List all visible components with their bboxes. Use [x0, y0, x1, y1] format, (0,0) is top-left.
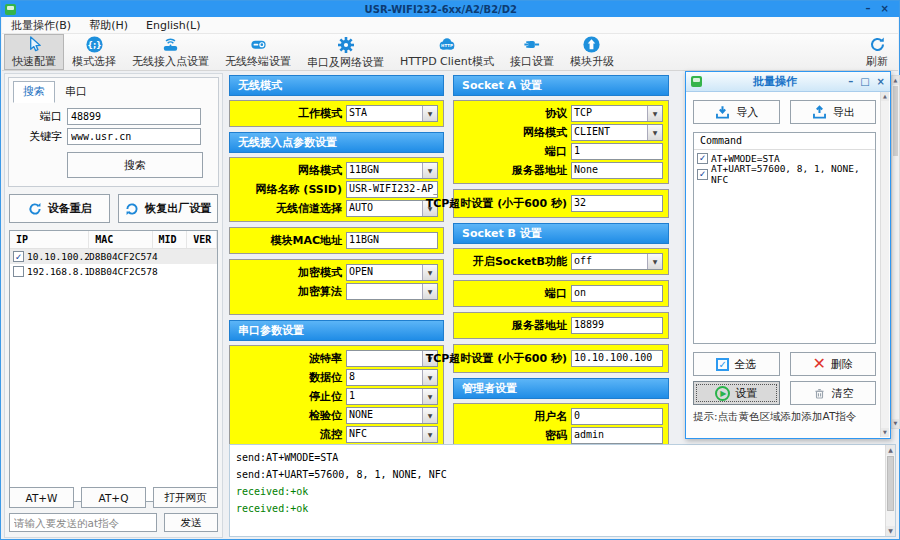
chevron-down-icon[interactable]: ▼: [647, 106, 662, 121]
scrollbar-thumb[interactable]: [893, 86, 898, 156]
toolbar-wifi-ap-settings[interactable]: 无线接入点设置: [124, 34, 217, 70]
batch-maximize-button[interactable]: □: [860, 76, 869, 87]
chevron-down-icon[interactable]: ▼: [422, 106, 437, 121]
socket-a-server-input[interactable]: None: [571, 162, 663, 179]
toolbar-serial-network-settings[interactable]: 串口及网络设置: [299, 34, 392, 70]
toolbar-mode-select[interactable]: {;} 模式选择: [64, 34, 124, 70]
open-webpage-button[interactable]: 打开网页: [153, 487, 218, 508]
tab-serial[interactable]: 串口: [55, 81, 97, 103]
scrollbar-thumb[interactable]: [887, 456, 894, 511]
socket-b-port-box[interactable]: 端口 on: [453, 280, 669, 307]
parity-select[interactable]: NONE▼: [346, 407, 438, 424]
batch-scrollbar[interactable]: ▲ ▼: [880, 92, 889, 437]
at-q-button[interactable]: AT+Q: [81, 487, 146, 508]
scroll-down-icon[interactable]: ▼: [881, 428, 889, 437]
ssid-input[interactable]: USR-WIFI232-AP_C574: [346, 181, 438, 198]
scroll-up-icon[interactable]: ▲: [881, 92, 889, 101]
command-checkbox[interactable]: [697, 169, 708, 180]
socket-b-enable-select[interactable]: off▼: [571, 253, 663, 270]
chevron-down-icon[interactable]: ▼: [422, 427, 437, 442]
command-list[interactable]: Command AT+WMODE=STA AT+UART=57600, 8, 1…: [693, 132, 876, 344]
data-bits-select[interactable]: 8▼: [346, 369, 438, 386]
search-button[interactable]: 搜索: [67, 152, 203, 178]
toolbar-quick-config[interactable]: 快速配置: [4, 34, 64, 70]
menu-batch[interactable]: 批量操作(B): [2, 17, 80, 34]
table-row[interactable]: 10.10.100.254 D8B04CF2C574: [10, 249, 217, 264]
command-checkbox[interactable]: [697, 153, 708, 164]
menu-help[interactable]: 帮助(H): [80, 17, 137, 34]
select-all-button[interactable]: ✓ 全选: [693, 352, 780, 376]
device-table[interactable]: IP MAC MID VER 10.10.100.254 D8B04CF2C57…: [9, 230, 218, 502]
batch-minimize-button[interactable]: –: [848, 76, 853, 87]
minimize-button[interactable]: –: [866, 2, 871, 16]
row-checkbox[interactable]: [13, 251, 24, 262]
username-input[interactable]: 0: [571, 408, 663, 425]
channel-select[interactable]: AUTO▼: [346, 200, 438, 217]
port-input[interactable]: [67, 108, 201, 125]
chevron-down-icon[interactable]: ▼: [422, 408, 437, 423]
scroll-down-icon[interactable]: ▼: [892, 419, 899, 428]
scroll-up-icon[interactable]: ▲: [892, 76, 899, 85]
socket-b-server-input[interactable]: 18899: [571, 317, 663, 334]
protocol-select[interactable]: TCP▼: [571, 105, 663, 122]
send-button[interactable]: 发送: [164, 513, 218, 532]
row-checkbox[interactable]: [13, 266, 24, 277]
socket-a-box[interactable]: 协议 TCP▼ 网络模式 CLIENT▼ 端口 1 服务器地址 None: [453, 100, 669, 184]
form-scrollbar[interactable]: ▲ ▼: [891, 75, 900, 429]
socket-a-timeout-input[interactable]: 32: [571, 195, 663, 212]
socket-b-server-box[interactable]: 服务器地址 18899: [453, 312, 669, 339]
admin-box[interactable]: 用户名 0 密码 admin: [453, 403, 669, 449]
keyword-input[interactable]: [67, 128, 201, 145]
export-button[interactable]: 导出: [790, 100, 877, 124]
module-mac-input[interactable]: 11BGN: [346, 232, 438, 249]
chevron-down-icon[interactable]: ▼: [422, 265, 437, 280]
batch-close-button[interactable]: ×: [877, 76, 885, 87]
tab-search[interactable]: 搜索: [13, 81, 55, 103]
password-input[interactable]: admin: [571, 427, 663, 444]
net-mode-select[interactable]: 11BGN▼: [346, 162, 438, 179]
chevron-down-icon[interactable]: ▼: [422, 163, 437, 178]
batch-title-bar[interactable]: 批量操作 – □ ×: [686, 72, 890, 92]
encryption-box[interactable]: 加密模式 OPEN▼ 加密算法 ▼: [229, 259, 444, 315]
chevron-down-icon[interactable]: ▼: [422, 284, 437, 299]
clear-button[interactable]: 清空: [790, 381, 877, 405]
toolbar-wifi-sta-settings[interactable]: 无线终端设置: [217, 34, 299, 70]
toolbar-refresh[interactable]: 刷新: [858, 34, 896, 70]
module-mac-box[interactable]: 模块MAC地址 11BGN: [229, 227, 444, 254]
import-button[interactable]: 导入: [693, 100, 780, 124]
chevron-down-icon[interactable]: ▼: [647, 254, 662, 269]
ap-params-box[interactable]: 网络模式 11BGN▼ 网络名称 (SSID) USR-WIFI232-AP_C…: [229, 157, 444, 222]
log-scrollbar[interactable]: ▲ ▼: [885, 445, 895, 536]
delete-button[interactable]: ✕ 删除: [790, 352, 877, 376]
stop-bits-select[interactable]: 1▼: [346, 388, 438, 405]
baud-rate-select[interactable]: ▼: [346, 350, 438, 367]
socket-b-port-input[interactable]: on: [571, 285, 663, 302]
work-mode-box[interactable]: 工作模式 STA▼: [229, 100, 444, 127]
work-mode-select[interactable]: STA▼: [346, 105, 438, 122]
socket-a-timeout-box[interactable]: TCP超时设置 (小于600 秒) 32: [453, 189, 669, 218]
chevron-down-icon[interactable]: ▼: [422, 389, 437, 404]
socket-a-mode-select[interactable]: CLIENT▼: [571, 124, 663, 141]
close-button[interactable]: ×: [881, 2, 889, 16]
socket-a-port-input[interactable]: 1: [571, 143, 663, 160]
socket-b-enable-box[interactable]: 开启SocketB功能 off▼: [453, 248, 669, 275]
list-item[interactable]: AT+UART=57600, 8, 1, NONE, NFC: [694, 166, 875, 182]
scroll-down-icon[interactable]: ▼: [886, 526, 895, 536]
socket-b-timeout-input[interactable]: 10.10.100.100: [571, 350, 663, 367]
serial-params-box[interactable]: 波特率 ▼ 数据位 8▼ 停止位 1▼ 检验位 NONE▼ 流控 NFC▼: [229, 345, 444, 448]
toolbar-httpd-client-mode[interactable]: HTTP HTTPD Client模式: [392, 34, 502, 70]
log-area[interactable]: send:AT+WMODE=STA send:AT+UART=57600, 8,…: [229, 444, 896, 537]
encryption-algo-select[interactable]: ▼: [346, 283, 438, 300]
at-w-button[interactable]: AT+W: [9, 487, 74, 508]
chevron-down-icon[interactable]: ▼: [647, 125, 662, 140]
chevron-down-icon[interactable]: ▼: [422, 370, 437, 385]
apply-settings-button[interactable]: ▶ 设置: [693, 381, 780, 405]
toolbar-module-upgrade[interactable]: 模块升级: [562, 34, 622, 70]
factory-reset-button[interactable]: 恢复出厂设置: [118, 194, 219, 223]
flow-control-select[interactable]: NFC▼: [346, 426, 438, 443]
menu-english[interactable]: English(L): [137, 18, 209, 33]
toolbar-interface-settings[interactable]: 接口设置: [502, 34, 562, 70]
device-reboot-button[interactable]: 设备重启: [9, 194, 110, 223]
encryption-mode-select[interactable]: OPEN▼: [346, 264, 438, 281]
table-row[interactable]: 192.168.8.104 D8B04CF2C578: [10, 264, 217, 279]
